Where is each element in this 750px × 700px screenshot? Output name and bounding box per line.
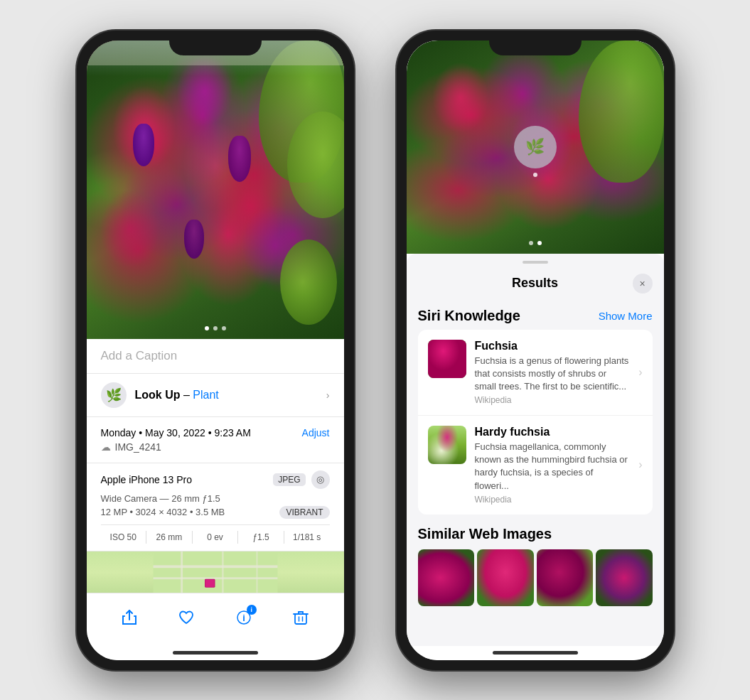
- sheet-header: Results ×: [407, 271, 664, 302]
- home-bar: [173, 651, 258, 655]
- lookup-text: Look Up – Plant: [135, 389, 219, 402]
- device-name: Apple iPhone 13 Pro: [101, 474, 192, 485]
- similar-image-3[interactable]: [537, 549, 594, 606]
- lookup-icon: 🌿: [101, 382, 127, 408]
- share-button[interactable]: [115, 603, 144, 632]
- device-badges: JPEG ◎: [273, 470, 329, 489]
- svg-rect-7: [205, 579, 214, 586]
- close-button[interactable]: ×: [633, 274, 653, 294]
- right-screen: 🌿 Results ×: [407, 41, 664, 660]
- hardy-fuchsia-name: Hardy fuchsia: [475, 426, 631, 438]
- exif-aperture: ƒ1.5: [238, 531, 284, 544]
- caption-field[interactable]: Add a Caption: [87, 339, 344, 374]
- hardy-fuchsia-chevron-icon: ›: [638, 458, 642, 471]
- similar-image-2[interactable]: [477, 549, 534, 606]
- similar-image-4[interactable]: [596, 549, 653, 606]
- hardy-fuchsia-content: Hardy fuchsia Fuchsia magellanica, commo…: [475, 426, 631, 505]
- sheet-handle: [407, 254, 664, 271]
- meta-section: Monday • May 30, 2022 • 9:23 AM Adjust ☁…: [87, 417, 344, 463]
- cloud-icon: ☁: [101, 441, 111, 453]
- handle-bar: [523, 261, 548, 264]
- exif-ev: 0 ev: [193, 531, 239, 544]
- mp-info: 12 MP • 3024 × 4032 • 3.5 MB: [101, 507, 225, 517]
- exif-iso: ISO 50: [101, 531, 147, 544]
- map-area[interactable]: [87, 551, 344, 593]
- siri-knowledge-header: Siri Knowledge Show More: [407, 302, 664, 330]
- fuchsia-name: Fuchsia: [475, 340, 631, 352]
- svg-rect-2: [153, 577, 277, 579]
- format-badge: JPEG: [273, 473, 305, 486]
- hardy-fuchsia-source: Wikipedia: [475, 495, 631, 505]
- adjust-button[interactable]: Adjust: [302, 427, 330, 438]
- knowledge-item-hardy-fuchsia[interactable]: Hardy fuchsia Fuchsia magellanica, commo…: [418, 416, 653, 515]
- exif-shutter: 1/181 s: [284, 531, 330, 544]
- exif-row: ISO 50 26 mm 0 ev ƒ1.5 1/181 s: [101, 524, 330, 544]
- device-section: Apple iPhone 13 Pro JPEG ◎ Wide Camera —…: [87, 463, 344, 551]
- photo-background: [87, 41, 344, 339]
- svg-rect-10: [295, 614, 306, 624]
- hardy-fuchsia-description: Fuchsia magellanica, commonly known as t…: [475, 441, 631, 492]
- results-overlay: 🌿 Results ×: [407, 41, 664, 646]
- location-icon: ◎: [311, 470, 330, 489]
- siri-orb: 🌿: [514, 126, 557, 168]
- right-home-indicator: [407, 646, 664, 660]
- knowledge-card: Fuchsia Fuchsia is a genus of flowering …: [418, 330, 653, 515]
- hardy-fuchsia-thumbnail: [428, 426, 466, 464]
- svg-rect-0: [153, 551, 277, 593]
- results-photo: 🌿: [407, 41, 664, 254]
- fuchsia-thumbnail: [428, 340, 466, 378]
- exif-focal: 26 mm: [146, 531, 193, 544]
- left-screen: Add a Caption 🌿 Look Up – Plant › Monday…: [87, 41, 344, 660]
- siri-knowledge-title: Siri Knowledge: [418, 308, 520, 324]
- filename: ☁ IMG_4241: [101, 441, 330, 453]
- left-phone: Add a Caption 🌿 Look Up – Plant › Monday…: [77, 31, 354, 670]
- photo-date: Monday • May 30, 2022 • 9:23 AM: [101, 427, 251, 438]
- photo-pagination: [205, 326, 226, 330]
- svg-rect-4: [222, 551, 223, 593]
- sheet-title: Results: [438, 276, 633, 291]
- results-sheet: Results × Siri Knowledge Show More: [407, 254, 664, 646]
- svg-rect-1: [153, 565, 277, 568]
- fuchsia-description: Fuchsia is a genus of flowering plants t…: [475, 355, 631, 394]
- delete-button[interactable]: [286, 603, 315, 632]
- camera-info: Wide Camera — 26 mm ƒ1.5: [101, 493, 330, 504]
- home-indicator: [87, 646, 344, 660]
- right-home-bar: [493, 651, 578, 655]
- lookup-row[interactable]: 🌿 Look Up – Plant ›: [87, 374, 344, 417]
- fuchsia-chevron-icon: ›: [638, 366, 642, 379]
- info-button[interactable]: i i: [230, 603, 258, 632]
- vibrant-badge: VIBRANT: [279, 506, 329, 519]
- bottom-toolbar: i i: [87, 593, 344, 646]
- right-phone: 🌿 Results ×: [397, 31, 674, 670]
- fuchsia-source: Wikipedia: [475, 395, 631, 405]
- show-more-button[interactable]: Show More: [599, 310, 653, 322]
- fuchsia-content: Fuchsia Fuchsia is a genus of flowering …: [475, 340, 631, 406]
- svg-rect-5: [256, 551, 257, 593]
- similar-image-1[interactable]: [418, 549, 475, 606]
- favorite-button[interactable]: [172, 603, 200, 632]
- knowledge-item-fuchsia[interactable]: Fuchsia Fuchsia is a genus of flowering …: [418, 330, 653, 416]
- similar-section: Similar Web Images: [407, 517, 664, 612]
- similar-images-row: [418, 549, 653, 606]
- svg-rect-3: [181, 551, 183, 593]
- photo-area: [87, 41, 344, 339]
- svg-text:i: i: [242, 612, 245, 623]
- siri-dot: [533, 173, 537, 177]
- info-badge: i: [247, 605, 257, 615]
- similar-images-title: Similar Web Images: [418, 526, 653, 542]
- lookup-chevron-icon: ›: [326, 389, 330, 401]
- info-panel: Add a Caption 🌿 Look Up – Plant › Monday…: [87, 339, 344, 593]
